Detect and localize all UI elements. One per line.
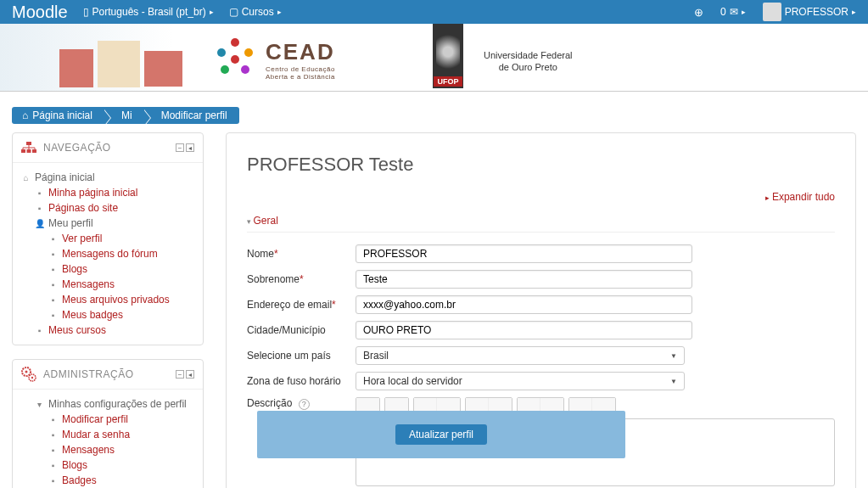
nav-site-pages[interactable]: ▪Páginas do site: [35, 202, 194, 214]
flag-icon: ▯: [83, 6, 89, 18]
nav-tree: ⌂Página inicial ▪Minha página inicial ▪P…: [21, 170, 194, 338]
caret-icon: ▸: [742, 8, 746, 16]
nav-my-badges[interactable]: ▪Meus badges: [48, 309, 194, 321]
nav-block-title: NAVEGAÇÃO: [43, 142, 169, 154]
admin-profile-settings[interactable]: ▾Minhas configurações de perfil: [35, 398, 194, 410]
language-label: Português - Brasil (pt_br): [92, 6, 206, 18]
input-city[interactable]: [356, 321, 692, 339]
update-modal: Atualizar perfil: [257, 411, 625, 458]
breadcrumb-container: ⌂ Página inicial Mi Modificar perfil: [0, 92, 868, 132]
courses-menu[interactable]: ▢ Cursos ▸: [229, 6, 282, 18]
home-icon: ⌂: [22, 109, 28, 121]
ufop-badge: UFOP: [433, 24, 463, 88]
collapse-icon[interactable]: −: [176, 143, 184, 152]
admin-edit-profile[interactable]: ▪Modificar perfil: [48, 413, 194, 425]
row-email: Endereço de email*: [247, 295, 835, 314]
row-timezone: Zona de fuso horário Hora local do servi…: [247, 372, 835, 390]
navigation-block: NAVEGAÇÃO − ◂ ⌂Página inicial ▪Minha pág…: [12, 132, 204, 345]
nav-blogs[interactable]: ▪Blogs: [48, 263, 194, 275]
expand-all-link[interactable]: Expandir tudo: [247, 191, 835, 203]
username-label: PROFESSOR: [785, 6, 848, 18]
user-icon: 👤: [35, 219, 44, 228]
crumb-last[interactable]: Modificar perfil: [144, 109, 239, 121]
cead-sub1: Centro de Educação: [266, 65, 335, 73]
svg-rect-2: [27, 149, 31, 153]
svg-rect-3: [32, 149, 36, 153]
nav-my-courses[interactable]: ▪Meus cursos: [35, 324, 194, 336]
input-firstname[interactable]: [356, 244, 692, 263]
page-title: PROFESSOR Teste: [247, 154, 835, 176]
collapse-icon[interactable]: −: [176, 370, 184, 379]
section-general-header[interactable]: Geral: [247, 210, 835, 233]
label-country: Selecione um país: [247, 350, 356, 362]
label-description: Descrição ?: [247, 397, 356, 410]
caret-icon: ▸: [210, 8, 214, 16]
courses-icon: ▢: [229, 6, 238, 18]
help-icon[interactable]: ?: [299, 399, 310, 410]
nav-view-profile[interactable]: ▪Ver perfil: [48, 233, 194, 244]
admin-tree: ▾Minhas configurações de perfil ▪Modific…: [21, 396, 194, 488]
navbar-right: ⊕ 0 ✉ ▸ PROFESSOR ▸: [694, 3, 856, 21]
header-banner: CEAD Centro de Educação Aberta e a Distâ…: [0, 24, 868, 92]
label-email: Endereço de email*: [247, 299, 356, 311]
msg-count: 0: [720, 6, 726, 18]
row-firstname: Nome*: [247, 244, 835, 263]
nav-messages[interactable]: ▪Mensagens: [48, 278, 194, 290]
sidebar: NAVEGAÇÃO − ◂ ⌂Página inicial ▪Minha pág…: [12, 132, 204, 488]
top-navbar: Moodle ▯ Português - Brasil (pt_br) ▸ ▢ …: [0, 0, 868, 24]
label-city: Cidade/Município: [247, 324, 356, 336]
admin-messages[interactable]: ▪Mensagens: [48, 444, 194, 456]
select-country[interactable]: Brasil: [356, 346, 685, 365]
nav-forum-posts[interactable]: ▪Mensagens do fórum: [48, 248, 194, 260]
dock-icon[interactable]: ◂: [186, 370, 194, 379]
admin-badges[interactable]: ▪Badges: [48, 474, 194, 486]
svg-point-7: [31, 377, 33, 379]
page-icon: ▪: [48, 446, 58, 455]
svg-point-5: [25, 371, 28, 373]
row-city: Cidade/Município: [247, 321, 835, 339]
page-icon: ▪: [48, 295, 58, 305]
breadcrumb: ⌂ Página inicial Mi Modificar perfil: [12, 107, 239, 124]
page-icon: ▪: [48, 415, 58, 424]
nav-my-profile[interactable]: 👤Meu perfil: [35, 217, 194, 229]
university-name: Universidade Federal de Ouro Preto: [484, 49, 573, 74]
envelope-icon: ✉: [730, 6, 738, 18]
user-menu[interactable]: PROFESSOR ▸: [763, 3, 856, 21]
admin-change-password[interactable]: ▪Mudar a senha: [48, 429, 194, 440]
label-firstname: Nome*: [247, 248, 356, 260]
nav-private-files[interactable]: ▪Meus arquivos privados: [48, 294, 194, 306]
folder-icon: ▪: [48, 461, 58, 470]
folder-icon: ▪: [48, 476, 58, 485]
update-profile-button[interactable]: Atualizar perfil: [395, 424, 487, 445]
input-lastname[interactable]: [356, 270, 692, 289]
language-menu[interactable]: ▯ Português - Brasil (pt_br) ▸: [83, 6, 214, 18]
input-email[interactable]: [356, 295, 692, 314]
navbar-left: Moodle ▯ Português - Brasil (pt_br) ▸ ▢ …: [12, 3, 282, 22]
crumb-home-label: Página inicial: [32, 109, 92, 121]
ufop-label: UFOP: [434, 76, 462, 87]
caret-icon: ▸: [852, 8, 856, 16]
page-icon: ▪: [48, 280, 58, 289]
messages-indicator[interactable]: 0 ✉ ▸: [720, 6, 746, 18]
folder-icon: ▪: [35, 204, 44, 213]
page-icon: ▪: [48, 430, 58, 440]
avatar: [763, 3, 781, 21]
cead-title: CEAD: [266, 39, 335, 65]
select-timezone[interactable]: Hora local do servidor: [356, 372, 685, 390]
nav-myhome[interactable]: ▪Minha página inicial: [35, 187, 194, 199]
label-timezone: Zona de fuso horário: [247, 375, 356, 387]
folder-icon: ▪: [48, 250, 58, 259]
admin-blogs[interactable]: ▪Blogs: [48, 459, 194, 471]
dock-icon[interactable]: ◂: [186, 143, 194, 152]
page-icon: ▪: [48, 311, 58, 320]
row-country: Selecione um país Brasil: [247, 346, 835, 365]
crumb-home[interactable]: ⌂ Página inicial: [12, 109, 104, 121]
page-icon: ▪: [48, 234, 58, 244]
brand-logo[interactable]: Moodle: [12, 3, 68, 22]
campus-illustration: [0, 32, 204, 83]
home-icon: ⌂: [21, 173, 31, 182]
admin-block-header: ADMINISTRAÇÃO − ◂: [13, 360, 203, 390]
gear-icon: [21, 367, 36, 382]
globe-icon[interactable]: ⊕: [694, 6, 703, 19]
nav-home[interactable]: ⌂Página inicial: [21, 171, 194, 183]
